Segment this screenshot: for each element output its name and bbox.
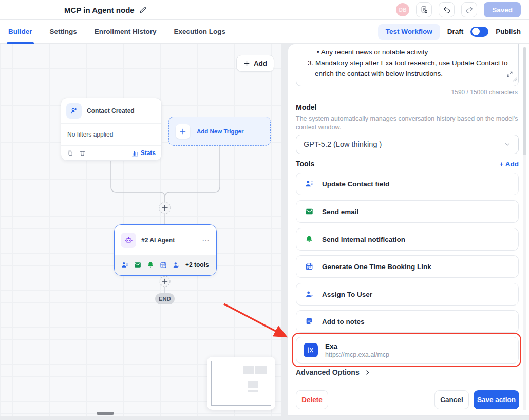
- bar-chart-icon: [131, 150, 138, 157]
- tool-card-send-email[interactable]: Send email: [296, 200, 519, 223]
- assign-user-icon: [305, 290, 313, 298]
- calendar-icon: [160, 261, 167, 269]
- redo-button[interactable]: [461, 2, 477, 17]
- agent-menu-button[interactable]: ⋯: [202, 236, 210, 245]
- minimap-block: [248, 381, 258, 388]
- add-new-trigger-label: Add New Trigger: [197, 128, 243, 135]
- send-email-icon: [134, 261, 141, 269]
- model-description: The system automatically manages convers…: [296, 114, 522, 132]
- agent-tools-overflow: +2 tools: [185, 261, 209, 269]
- tool-card-add-to-notes[interactable]: Add to notes: [296, 310, 519, 333]
- notification-bell-icon: [147, 261, 154, 269]
- tools-section-label: Tools: [296, 160, 314, 168]
- tool-name: Generate One Time Booking Link: [322, 263, 431, 271]
- send-email-icon: [305, 207, 313, 216]
- add-trigger-plus-box: [176, 124, 190, 139]
- delete-button[interactable]: Delete: [296, 390, 328, 409]
- toggle-knob: [472, 28, 480, 35]
- draft-publish-toggle[interactable]: [470, 27, 488, 37]
- workflow-builder-app: MCP in Agent node DB Saved: [0, 0, 529, 420]
- canvas-add-label: Add: [254, 60, 267, 67]
- robot-icon: [124, 236, 133, 244]
- undo-icon: [443, 6, 451, 14]
- canvas-horizontal-scrollbar[interactable]: [97, 412, 114, 415]
- prompt-bullet-line: • Any recent news or notable activity: [304, 47, 511, 58]
- edit-title-pencil-icon[interactable]: [139, 6, 147, 14]
- tool-card-generate-booking-link[interactable]: Generate One Time Booking Link: [296, 255, 519, 278]
- version-history-button[interactable]: [416, 2, 432, 17]
- canvas-add-button[interactable]: Add: [236, 55, 274, 72]
- model-section-label: Model: [296, 103, 316, 111]
- undo-button[interactable]: [439, 2, 455, 17]
- resize-handle[interactable]: [513, 74, 517, 85]
- tab-execution-logs[interactable]: Execution Logs: [174, 20, 226, 44]
- model-select[interactable]: GPT-5.2 (Low thinking ): [296, 135, 519, 154]
- tool-name: Send email: [322, 208, 358, 216]
- character-counter: 1590 / 15000 characters: [451, 89, 518, 96]
- tool-card-update-contact-field[interactable]: Update Contact field: [296, 173, 519, 195]
- duplicate-icon[interactable]: [67, 150, 73, 157]
- update-contact-icon: [121, 261, 128, 269]
- header: MCP in Agent node DB Saved: [0, 0, 529, 20]
- workflow-canvas[interactable]: Add Contact Created No filters applied: [0, 44, 281, 416]
- tool-card-exa-mcp[interactable]: Exa https://mcp.exa.ai/mcp: [296, 337, 519, 364]
- tab-settings[interactable]: Settings: [50, 20, 77, 44]
- plus-icon: [179, 128, 186, 135]
- stats-label: Stats: [141, 149, 156, 157]
- ai-agent-node[interactable]: #2 AI Agent ⋯ +2 tools: [114, 224, 217, 276]
- add-new-trigger-button[interactable]: Add New Trigger: [168, 117, 271, 146]
- exa-tool-name: Exa: [325, 342, 389, 350]
- agent-icon-box: [121, 233, 136, 248]
- agent-node-title: #2 AI Agent: [141, 237, 175, 244]
- trigger-node-contact-created[interactable]: Contact Created No filters applied Stats: [61, 98, 162, 161]
- exa-tool-url: https://mcp.exa.ai/mcp: [325, 351, 389, 358]
- person-plus-icon: [70, 107, 78, 115]
- publish-label: Publish: [496, 28, 521, 35]
- end-node: END: [155, 293, 175, 304]
- notification-bell-icon: [305, 235, 313, 243]
- tab-bar: Builder Settings Enrollment History Exec…: [0, 20, 529, 44]
- tool-name: Assign To User: [322, 291, 372, 298]
- cancel-button[interactable]: Cancel: [434, 390, 469, 409]
- tool-card-assign-to-user[interactable]: Assign To User: [296, 283, 519, 306]
- chevron-right-icon: [364, 369, 371, 376]
- tools-add-button[interactable]: + Add: [500, 160, 519, 168]
- advanced-options-label: Advanced Options: [296, 368, 360, 376]
- tool-name: Update Contact field: [322, 180, 389, 188]
- minimap-viewport: [211, 361, 271, 406]
- minimap-block: [243, 366, 254, 373]
- minimap-block: [255, 366, 267, 373]
- saved-button[interactable]: Saved: [484, 2, 521, 17]
- prompt-wrapped-line: enrich the contact with below instructio…: [304, 68, 511, 79]
- minimap-block: [248, 390, 258, 392]
- draft-label: Draft: [447, 28, 464, 35]
- prompt-textarea[interactable]: • Any recent news or notable activity 3.…: [296, 44, 519, 86]
- save-action-button[interactable]: Save action: [474, 390, 519, 409]
- document-history-icon: [420, 6, 428, 14]
- note-icon: [305, 317, 313, 326]
- tab-builder[interactable]: Builder: [8, 20, 32, 44]
- panel-scrollbar-thumb[interactable]: [523, 47, 526, 155]
- chevron-down-icon: [504, 141, 511, 148]
- contact-created-icon-box: [66, 103, 82, 119]
- avatar[interactable]: DB: [396, 3, 409, 16]
- model-selected-value: GPT-5.2 (Low thinking ): [304, 140, 382, 148]
- tool-name: Add to notes: [322, 318, 365, 326]
- test-workflow-button[interactable]: Test Workflow: [378, 24, 440, 40]
- update-contact-icon: [305, 180, 313, 188]
- prompt-numbered-line: 3. Mandatory step after Exa tool researc…: [304, 58, 511, 68]
- canvas-minimap[interactable]: [207, 357, 275, 410]
- tool-card-send-internal-notification[interactable]: Send internal notification: [296, 228, 519, 251]
- assign-user-icon: [173, 261, 180, 269]
- advanced-options-toggle[interactable]: Advanced Options: [296, 368, 371, 376]
- trigger-stats-button[interactable]: Stats: [131, 149, 156, 157]
- tool-name: Send internal notification: [322, 236, 405, 243]
- calendar-icon: [305, 262, 313, 271]
- redo-icon: [465, 6, 474, 14]
- trigger-node-subtitle: No filters applied: [61, 124, 161, 145]
- action-settings-panel: • Any recent news or notable activity 3.…: [288, 44, 529, 416]
- tab-enrollment-history[interactable]: Enrollment History: [95, 20, 157, 44]
- page-title: MCP in Agent node: [64, 6, 135, 14]
- plus-icon: [243, 60, 250, 67]
- trash-icon[interactable]: [79, 150, 86, 157]
